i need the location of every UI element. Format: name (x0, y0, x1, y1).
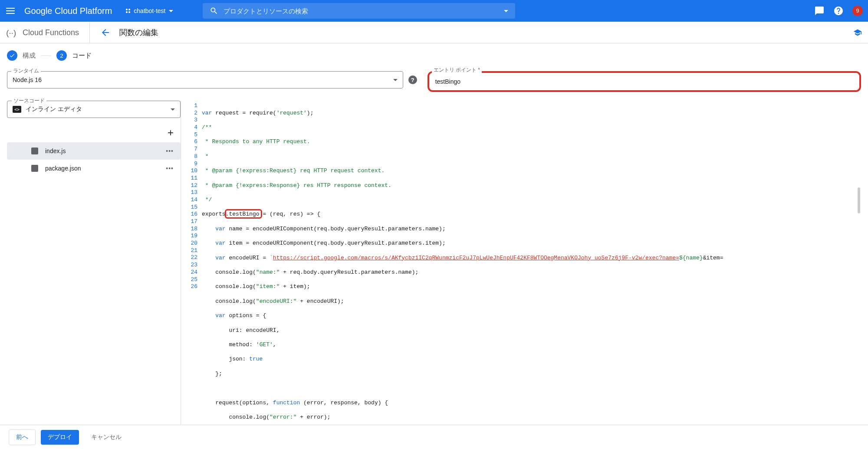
top-header: Google Cloud Platform chatbot-test 9 (0, 0, 868, 22)
runtime-field[interactable]: ランタイム Node.js 16 (7, 71, 403, 88)
page-title: 関数の編集 (119, 27, 158, 38)
header-right: 9 (814, 6, 863, 16)
file-more-icon[interactable]: ••• (166, 147, 174, 154)
search-input[interactable] (224, 7, 504, 15)
chat-icon[interactable] (814, 6, 825, 16)
runtime-help-icon[interactable]: ? (408, 75, 417, 84)
file-list: index.js ••• package.json ••• (7, 142, 181, 177)
svg-text:(··): (··) (6, 28, 16, 37)
form-row: ランタイム Node.js 16 ? エントリ ポイント * (0, 71, 868, 101)
hamburger-menu-icon[interactable] (5, 6, 16, 16)
entry-point-field-wrapper: エントリ ポイント * (427, 71, 861, 92)
source-label: ソースコード (12, 97, 46, 105)
file-name: package.json (45, 165, 159, 172)
notification-badge[interactable]: 9 (852, 6, 863, 16)
project-selector[interactable]: chatbot-test (122, 6, 177, 16)
file-name: index.js (45, 147, 159, 154)
file-icon (31, 147, 38, 154)
cloud-functions-icon: (··) (5, 26, 17, 39)
code-body[interactable]: var request = require('request'); /** * … (202, 101, 861, 428)
source-value: インライン エディタ (26, 105, 171, 113)
search-box[interactable] (203, 3, 515, 19)
gcp-logo[interactable]: Google Cloud Platform (24, 6, 112, 16)
file-more-icon[interactable]: ••• (166, 165, 174, 172)
footer-bar: 前へ デプロイ キャンセル (0, 425, 868, 428)
entry-point-label: エントリ ポイント * (432, 66, 482, 74)
chevron-down-icon[interactable] (504, 10, 508, 12)
add-file-button[interactable]: + (168, 127, 174, 139)
code-editor[interactable]: 1234567891011121314151617181920212223242… (181, 101, 861, 428)
line-gutter: 1234567891011121314151617181920212223242… (181, 101, 202, 428)
scrollbar-thumb[interactable] (858, 187, 860, 213)
content-split: ソースコード <> インライン エディタ + index.js ••• pack… (0, 101, 868, 428)
chevron-down-icon (169, 10, 173, 12)
help-icon[interactable] (833, 6, 844, 16)
chevron-down-icon (393, 79, 398, 81)
step-connector (41, 56, 51, 56)
left-panel: ソースコード <> インライン エディタ + index.js ••• pack… (7, 101, 181, 428)
runtime-label: ランタイム (11, 67, 41, 75)
file-icon (31, 165, 38, 172)
search-icon (210, 7, 218, 15)
product-name[interactable]: Cloud Functions (23, 22, 90, 43)
entry-point-highlight: エントリ ポイント * (427, 71, 861, 92)
entry-point-input[interactable] (435, 78, 853, 85)
step-1-label[interactable]: 構成 (23, 52, 36, 60)
sub-header: (··) Cloud Functions 関数の編集 (0, 22, 868, 43)
file-item-index-js[interactable]: index.js ••• (7, 142, 181, 160)
step-2-label[interactable]: コード (72, 52, 92, 60)
file-item-package-json[interactable]: package.json ••• (7, 160, 181, 177)
project-name: chatbot-test (134, 7, 165, 14)
step-2-circle[interactable]: 2 (56, 50, 67, 61)
project-dots-icon (126, 9, 130, 13)
back-arrow-icon[interactable] (100, 27, 111, 38)
source-code-selector[interactable]: ソースコード <> インライン エディタ (7, 101, 181, 118)
code-icon: <> (13, 106, 21, 113)
runtime-value: Node.js 16 (13, 76, 393, 83)
step-1-done-icon[interactable] (7, 50, 17, 61)
chevron-down-icon (171, 108, 175, 111)
learn-icon[interactable] (852, 28, 863, 37)
